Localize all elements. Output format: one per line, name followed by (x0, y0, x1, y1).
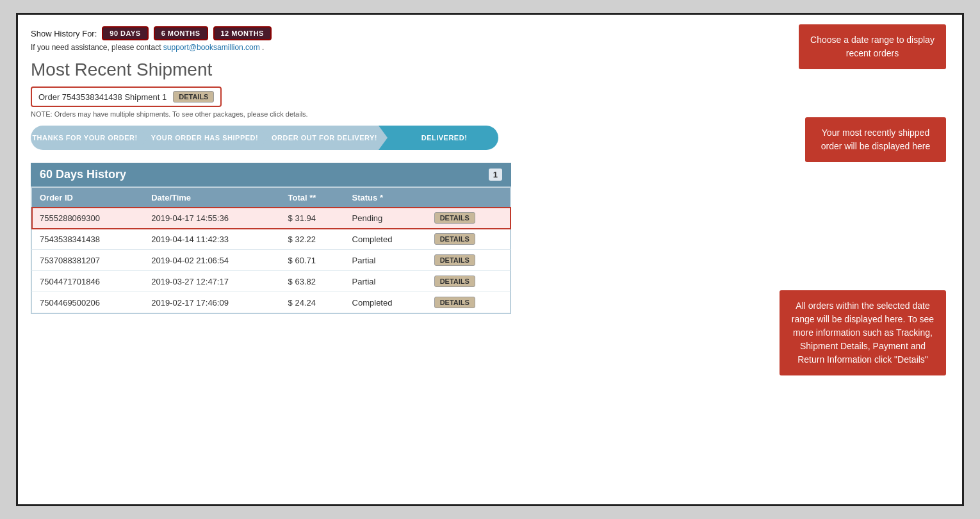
orders-table: Order ID Date/Time Total ** Status * 755… (31, 187, 510, 313)
table-row: 75044717018462019-03-27 12:47:17$ 63.82P… (32, 271, 510, 292)
table-row: 75435383414382019-04-14 11:42:33$ 32.22C… (32, 229, 510, 250)
btn-6-months[interactable]: 6 MONTHS (154, 26, 208, 40)
step-shipped: YOUR ORDER HAS SHIPPED! (139, 126, 259, 150)
col-datetime: Date/Time (143, 188, 280, 208)
history-header: 60 Days History 1 (31, 163, 511, 186)
total-cell: $ 63.82 (281, 271, 345, 292)
show-history-label: Show History For: (31, 29, 97, 38)
order-id-cell: 7543538341438 (32, 229, 144, 250)
action-cell: DETAILS (427, 250, 510, 271)
table-header-row: Order ID Date/Time Total ** Status * (32, 188, 510, 208)
btn-12-months[interactable]: 12 MONTHS (213, 26, 272, 40)
status-cell: Pending (345, 208, 427, 229)
order-id-cell: 7537088381207 (32, 250, 144, 271)
total-cell: $ 60.71 (281, 250, 345, 271)
main-container: Show History For: 90 DAYS 6 MONTHS 12 MO… (16, 13, 964, 506)
datetime-cell: 2019-04-14 11:42:33 (143, 229, 280, 250)
row-details-button[interactable]: DETAILS (434, 212, 475, 224)
action-cell: DETAILS (427, 292, 510, 313)
total-cell: $ 31.94 (281, 208, 345, 229)
status-cell: Partial (345, 271, 427, 292)
row-details-button[interactable]: DETAILS (434, 276, 475, 287)
row-details-button[interactable]: DETAILS (434, 233, 475, 245)
step-delivered: DELIVERED! (379, 126, 498, 150)
order-shipment-label: Order 7543538341438 Shipment 1 (38, 92, 167, 102)
status-cell: Completed (345, 229, 427, 250)
datetime-cell: 2019-03-27 12:47:17 (143, 271, 280, 292)
datetime-cell: 2019-02-17 17:46:09 (143, 292, 280, 313)
table-row: 75552880693002019-04-17 14:55:36$ 31.94P… (32, 208, 510, 229)
order-id-cell: 7555288069300 (32, 208, 144, 229)
action-cell: DETAILS (427, 229, 510, 250)
status-cell: Partial (345, 250, 427, 271)
step-out-for-delivery: ORDER OUT FOR DELIVERY! (259, 126, 379, 150)
total-cell: $ 24.24 (281, 292, 345, 313)
history-count-badge: 1 (489, 169, 502, 181)
order-id-cell: 7504469500206 (32, 292, 144, 313)
callout-all-orders: All orders within the selected date rang… (780, 290, 946, 375)
action-cell: DETAILS (427, 271, 510, 292)
support-email-link[interactable]: support@booksamillion.com (163, 43, 260, 52)
shipment-details-button[interactable]: DETAILS (173, 91, 214, 103)
history-title: 60 Days History (40, 168, 126, 181)
row-details-button[interactable]: DETAILS (434, 254, 475, 266)
order-id-cell: 7504471701846 (32, 271, 144, 292)
callout-recent-order: Your most recently shipped order will be… (805, 117, 946, 162)
btn-90-days[interactable]: 90 DAYS (102, 26, 148, 40)
datetime-cell: 2019-04-02 21:06:54 (143, 250, 280, 271)
table-wrapper: Order ID Date/Time Total ** Status * 755… (31, 186, 511, 314)
action-cell: DETAILS (427, 208, 510, 229)
datetime-cell: 2019-04-17 14:55:36 (143, 208, 280, 229)
callout-date-range: Choose a date range to display recent or… (799, 24, 946, 69)
row-details-button[interactable]: DETAILS (434, 297, 475, 308)
col-status: Status * (345, 188, 427, 208)
col-total: Total ** (281, 188, 345, 208)
table-row: 75044695002062019-02-17 17:46:09$ 24.24C… (32, 292, 510, 313)
col-action (427, 188, 510, 208)
order-shipment-row: Order 7543538341438 Shipment 1 DETAILS (31, 86, 222, 107)
progress-bar: THANKS FOR YOUR ORDER! YOUR ORDER HAS SH… (31, 126, 498, 150)
history-section: 60 Days History 1 Order ID Date/Time Tot… (31, 163, 511, 314)
total-cell: $ 32.22 (281, 229, 345, 250)
status-cell: Completed (345, 292, 427, 313)
col-order-id: Order ID (32, 188, 144, 208)
step-thanks: THANKS FOR YOUR ORDER! (31, 126, 139, 150)
table-row: 75370883812072019-04-02 21:06:54$ 60.71P… (32, 250, 510, 271)
